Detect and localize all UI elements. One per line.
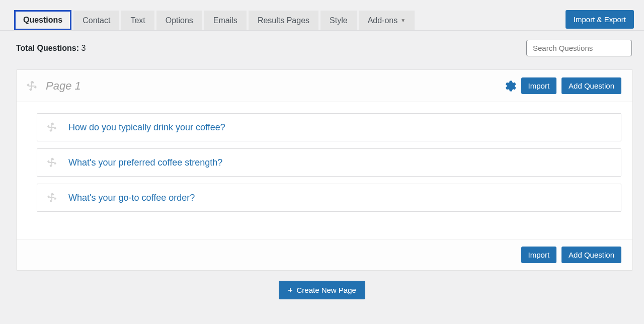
- total-label: Total Questions:: [16, 44, 79, 52]
- tab-questions[interactable]: Questions: [14, 10, 71, 30]
- tab-contact[interactable]: Contact: [73, 11, 119, 30]
- create-page-wrap: + Create New Page: [0, 271, 644, 306]
- tab-results-pages[interactable]: Results Pages: [249, 11, 318, 30]
- question-title[interactable]: What's your go-to coffee order?: [68, 193, 195, 203]
- question-title[interactable]: How do you typically drink your coffee?: [68, 122, 225, 133]
- plus-icon: +: [288, 286, 292, 294]
- drag-handle-icon[interactable]: [46, 157, 57, 168]
- search-wrap: [526, 40, 632, 56]
- tabs-bar: Questions Contact Text Options Emails Re…: [0, 0, 644, 31]
- tab-options[interactable]: Options: [156, 11, 202, 30]
- add-question-button[interactable]: Add Question: [561, 77, 621, 94]
- drag-handle-icon[interactable]: [46, 192, 57, 203]
- import-export-button[interactable]: Import & Export: [566, 10, 634, 29]
- question-row[interactable]: What's your preferred coffee strength?: [37, 148, 621, 177]
- chevron-down-icon: ▼: [400, 18, 406, 23]
- total-questions: Total Questions: 3: [16, 44, 86, 53]
- sub-header: Total Questions: 3: [0, 31, 644, 65]
- gear-icon[interactable]: [504, 80, 516, 92]
- search-input[interactable]: [526, 40, 632, 56]
- question-title[interactable]: What's your preferred coffee strength?: [68, 157, 222, 168]
- import-button[interactable]: Import: [521, 77, 557, 94]
- total-value: 3: [82, 44, 86, 52]
- drag-handle-icon[interactable]: [26, 80, 38, 92]
- page-title: Page 1: [46, 79, 504, 93]
- tab-label: Questions: [23, 16, 62, 25]
- page-actions: Import Add Question: [504, 77, 621, 94]
- questions-list: How do you typically drink your coffee? …: [17, 102, 632, 239]
- tab-label: Text: [130, 16, 145, 25]
- question-row[interactable]: What's your go-to coffee order?: [37, 184, 621, 212]
- tab-label: Options: [166, 16, 193, 25]
- tab-label: Style: [330, 16, 348, 25]
- question-row[interactable]: How do you typically drink your coffee?: [37, 113, 621, 141]
- add-question-button-footer[interactable]: Add Question: [561, 247, 621, 263]
- tab-text[interactable]: Text: [121, 11, 154, 30]
- page-footer: Import Add Question: [17, 239, 632, 270]
- tab-label: Add-ons: [368, 16, 398, 25]
- tab-emails[interactable]: Emails: [204, 11, 247, 30]
- tab-addons[interactable]: Add-ons ▼: [359, 11, 415, 30]
- import-button-footer[interactable]: Import: [521, 247, 557, 263]
- tab-label: Results Pages: [258, 16, 309, 25]
- create-new-page-label: Create New Page: [296, 286, 356, 294]
- tab-label: Contact: [83, 16, 110, 25]
- tab-style[interactable]: Style: [320, 11, 357, 30]
- drag-handle-icon[interactable]: [46, 122, 57, 133]
- page-block: Page 1 Import Add Question How do you ty…: [16, 69, 633, 271]
- page-header: Page 1 Import Add Question: [17, 70, 632, 102]
- create-new-page-button[interactable]: + Create New Page: [279, 281, 365, 299]
- tab-label: Emails: [213, 16, 237, 25]
